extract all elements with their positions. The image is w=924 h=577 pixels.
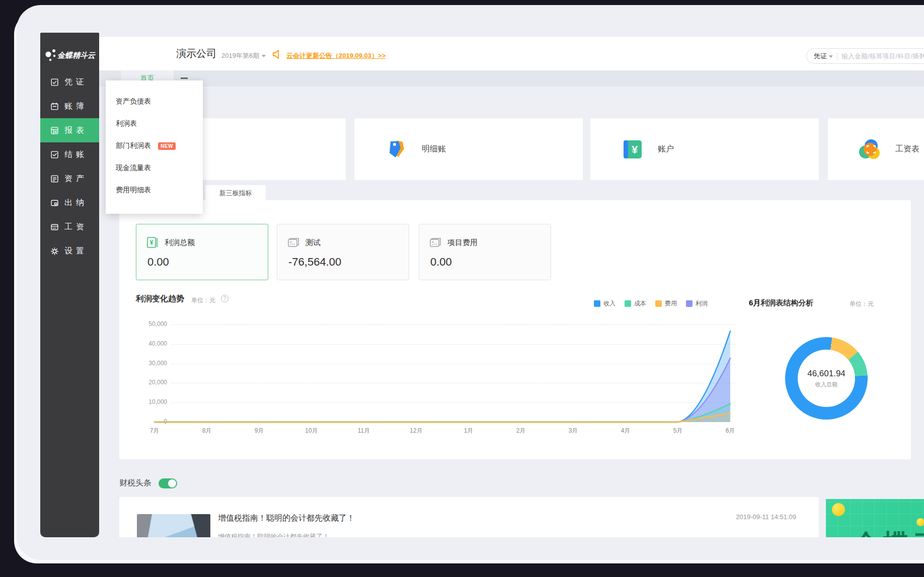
panel-icon <box>429 236 441 249</box>
menu-item-label: 现金流量表 <box>116 163 151 173</box>
menu-item-cash-flow[interactable]: 现金流量表 <box>106 157 203 179</box>
sidebar-item-label: 账簿 <box>64 101 88 112</box>
legend-item-利润[interactable]: 利润 <box>686 299 708 308</box>
quick-card-payroll-sheet[interactable]: 工资表 <box>828 118 924 180</box>
donut-title-month: 6月 <box>749 298 760 307</box>
donut-center-value: 46,601.94 <box>807 369 845 379</box>
sidebar-item-payroll[interactable]: 工资 <box>40 215 99 239</box>
news-thumbnail[interactable] <box>137 514 210 537</box>
sidebar-item-label: 出纳 <box>64 198 88 208</box>
gridline <box>171 324 735 325</box>
profit-icon: ¥ <box>146 236 159 249</box>
help-icon[interactable]: ? <box>221 295 228 302</box>
quick-card-label: 工资表 <box>895 144 919 154</box>
legend-item-费用[interactable]: 费用 <box>655 299 677 308</box>
global-search: 凭证 <box>806 48 924 64</box>
banner-dot-icon <box>832 503 845 516</box>
sidebar-item-voucher[interactable]: 凭证 <box>40 70 99 94</box>
search-input[interactable] <box>841 52 922 60</box>
sidebar-item-label: 报表 <box>64 125 88 136</box>
news-card: 增值税指南！聪明的会计都先收藏了！ 增值税指南！聪明的会计都先收藏了！ 2019… <box>119 497 819 537</box>
stat-card-project-expense[interactable]: 项目费用0.00 <box>419 224 551 280</box>
header-bar: 演示公司 2019年第6期 云会计更新公告（2019.09.03）>> 凭证 免… <box>99 37 924 70</box>
tab-collapse-icon[interactable] <box>181 77 188 79</box>
stat-label: 项目费用 <box>447 238 478 248</box>
chevron-down-icon <box>829 55 833 58</box>
quick-card-detail-ledger[interactable]: 明细账 <box>354 118 583 180</box>
toggle-knob <box>168 479 176 487</box>
y-axis-tick: 0 <box>132 418 167 425</box>
promo-banner[interactable]: 金蝶云 <box>826 499 924 537</box>
x-axis-tick: 7月 <box>143 427 166 435</box>
legend-item-收入[interactable]: 收入 <box>594 299 615 308</box>
svg-text:¥: ¥ <box>632 143 638 156</box>
sidebar-item-cashier[interactable]: 出纳 <box>40 191 99 215</box>
menu-item-dept-income[interactable]: 部门利润表NEW <box>106 135 203 157</box>
gridline <box>171 402 735 403</box>
stat-card-total-profit[interactable]: ¥利润总额0.00 <box>136 224 268 280</box>
donut-chart-title: 6月利润表结构分析 <box>749 298 813 308</box>
legend-item-成本[interactable]: 成本 <box>625 299 646 308</box>
donut-chart-unit: 单位：元 <box>850 300 874 308</box>
stat-card-test-metric[interactable]: 测试-76,564.00 <box>277 224 409 280</box>
period-label: 2019年第6期 <box>221 52 259 59</box>
quick-card-accounts[interactable]: ¥账户 <box>590 118 819 180</box>
donut-title-rest: 利润表结构分析 <box>760 298 813 307</box>
stat-value: 0.00 <box>147 256 169 269</box>
news-item-title[interactable]: 增值税指南！聪明的会计都先收藏了！ <box>218 513 355 524</box>
logo-text: 金蝶精斗云 <box>57 51 95 60</box>
report-icon <box>50 126 59 135</box>
legend-swatch <box>686 300 692 307</box>
menu-item-label: 费用明细表 <box>116 186 151 195</box>
sidebar-item-label: 凭证 <box>64 77 88 88</box>
sidebar-item-label: 结账 <box>64 149 88 160</box>
menu-item-expense-detail[interactable]: 费用明细表 <box>106 179 203 201</box>
news-section-label: 财税头条 <box>119 478 151 488</box>
sidebar-item-assets[interactable]: 资产 <box>40 167 99 191</box>
announcement-link[interactable]: 云会计更新公告（2019.09.03）>> <box>286 51 386 60</box>
x-axis-tick: 9月 <box>248 427 270 435</box>
x-axis-tick: 11月 <box>353 427 375 435</box>
x-axis-tick: 2月 <box>510 427 532 435</box>
news-toggle[interactable] <box>159 478 177 488</box>
trend-legend: 收入成本费用利润 <box>594 299 708 308</box>
quick-card-label: 明细账 <box>422 144 446 154</box>
logo-dots-icon <box>44 48 57 63</box>
x-axis-tick: 6月 <box>719 427 741 435</box>
company-name[interactable]: 演示公司 <box>176 47 216 60</box>
sidebar-item-closing[interactable]: 结账 <box>40 142 99 167</box>
gridline <box>171 344 735 345</box>
cash-icon <box>50 199 59 207</box>
gridline <box>171 364 735 364</box>
reports-dropdown-menu: 资产负债表利润表部门利润表NEW现金流量表费用明细表 <box>106 80 203 214</box>
legend-swatch <box>625 300 631 307</box>
menu-item-income-statement[interactable]: 利润表 <box>106 113 203 135</box>
new-badge: NEW <box>158 142 176 150</box>
search-category-label: 凭证 <box>814 52 827 60</box>
stat-value: 0.00 <box>430 256 452 269</box>
x-axis-tick: 1月 <box>457 427 480 435</box>
stat-label: 利润总额 <box>165 238 195 248</box>
menu-item-balance-sheet[interactable]: 资产负债表 <box>106 91 203 113</box>
y-axis-tick: 50,000 <box>132 320 167 327</box>
search-category-select[interactable]: 凭证 <box>814 52 833 61</box>
subtab-neeq-metrics[interactable]: 新三板指标 <box>205 185 266 201</box>
banner-dot-icon <box>916 518 924 526</box>
app-window: 演示公司 2019年第6期 云会计更新公告（2019.09.03）>> 凭证 免… <box>40 33 924 537</box>
news-section-header: 财税头条 <box>119 478 177 488</box>
sidebar-item-reports[interactable]: 报表 <box>40 118 99 142</box>
period-selector[interactable]: 2019年第6期 <box>221 51 266 60</box>
x-axis-tick: 12月 <box>405 427 427 435</box>
book-icon <box>50 102 59 111</box>
donut-center-label: 收入总额 <box>815 381 837 388</box>
donut-chart: 46,601.94 收入总额 <box>785 337 868 420</box>
y-axis-tick: 30,000 <box>132 360 167 367</box>
panel-icon <box>287 236 299 249</box>
sidebar-item-label: 资产 <box>64 174 88 184</box>
banner-text: 金蝶云 <box>854 527 924 537</box>
x-axis-tick: 3月 <box>562 427 584 435</box>
sidebar-item-books[interactable]: 账簿 <box>40 94 99 118</box>
scan-icon <box>857 136 883 162</box>
sidebar-item-settings[interactable]: 设置 <box>40 239 99 263</box>
x-axis-tick: 8月 <box>196 427 218 435</box>
